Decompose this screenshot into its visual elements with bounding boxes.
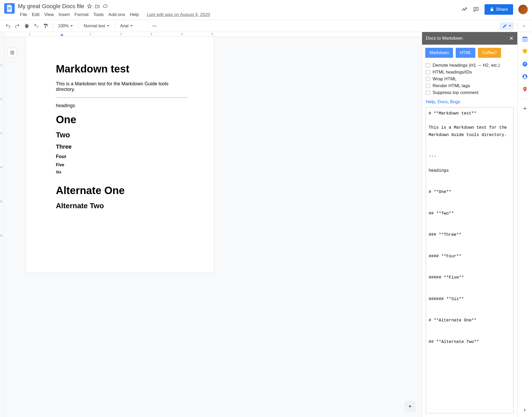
document-page[interactable]: Markdown test This is a Markdown test fo… [25, 37, 214, 273]
zoom-select[interactable]: 100% [56, 23, 75, 29]
addon-header: Docs to Markdown ✕ [422, 32, 517, 45]
docs-logo[interactable] [4, 3, 15, 14]
doc-h4: Four [56, 154, 188, 159]
indent-marker[interactable] [60, 34, 63, 36]
svg-point-21 [524, 88, 525, 89]
addon-title: Docs to Markdown [426, 36, 463, 41]
main-area: 1 2 3 4 5 6 1 1 2 3 4 5 Markdown test Th… [0, 32, 532, 417]
lock-icon [490, 7, 494, 12]
link-bugs[interactable]: Bugs [450, 99, 460, 104]
svg-rect-12 [10, 54, 11, 54]
menu-file[interactable]: File [18, 11, 29, 18]
menu-tools[interactable]: Tools [91, 11, 106, 18]
ruler-vertical: 1 2 3 4 5 6 [0, 32, 4, 417]
comments-icon[interactable] [473, 6, 479, 13]
outline-button[interactable] [7, 48, 17, 57]
style-select[interactable]: Normal text [82, 23, 111, 29]
svg-rect-13 [11, 54, 14, 54]
svg-rect-1 [8, 8, 11, 9]
explore-button[interactable] [405, 402, 415, 412]
explore-icon [407, 404, 413, 409]
editing-mode-button[interactable] [500, 22, 514, 30]
document-scroll[interactable]: 1 1 2 3 4 5 Markdown test This is a Mark… [4, 32, 422, 417]
app-header: My great Google Docs file File Edit View… [0, 0, 532, 20]
doc-h6: Six [56, 170, 188, 174]
link-docs[interactable]: Docs [437, 99, 448, 104]
pencil-icon [502, 24, 507, 28]
keep-icon[interactable] [522, 48, 528, 55]
activity-icon[interactable] [461, 6, 468, 13]
opt-label: Suppress top comment [433, 90, 478, 95]
redo-icon[interactable] [14, 22, 21, 30]
svg-rect-15 [523, 37, 527, 38]
checkbox-demote[interactable] [426, 63, 430, 67]
checkbox-suppress[interactable] [426, 91, 430, 95]
doc-alt1: Alternate One [56, 185, 188, 196]
horizontal-rule [56, 97, 188, 98]
contacts-icon[interactable] [522, 74, 528, 80]
opt-label: Render HTML tags [433, 83, 470, 88]
menu-insert[interactable]: Insert [56, 11, 72, 18]
doc-section-label: headings [56, 103, 188, 108]
spellcheck-icon[interactable] [33, 22, 40, 30]
menu-view[interactable]: View [42, 11, 56, 18]
svg-rect-17 [524, 53, 525, 54]
menu-edit[interactable]: Edit [30, 11, 41, 18]
svg-point-6 [154, 25, 155, 26]
menu-addons[interactable]: Add-ons [106, 11, 127, 18]
title-section: My great Google Docs file File Edit View… [18, 2, 461, 19]
menu-help[interactable]: Help [128, 11, 141, 18]
addon-options: Demote headings (H1 → H2, etc.) HTML hea… [422, 61, 517, 98]
separator [52, 23, 53, 29]
more-icon[interactable] [151, 22, 158, 30]
star-icon[interactable] [87, 4, 92, 9]
addon-output[interactable]: # **Markdown test** This is a Markdown t… [426, 107, 514, 413]
share-label: Share [496, 7, 508, 12]
menu-format[interactable]: Format [72, 11, 91, 18]
undo-icon[interactable] [4, 22, 12, 30]
chevron-down-icon [70, 25, 73, 27]
tab-html[interactable]: HTML [456, 48, 476, 58]
separator [115, 23, 115, 29]
svg-rect-11 [11, 52, 14, 53]
add-icon[interactable] [522, 105, 528, 112]
opt-label: Wrap HTML [433, 76, 456, 82]
svg-rect-9 [11, 51, 14, 52]
separator [78, 23, 78, 29]
collapse-icon[interactable] [520, 22, 528, 30]
paint-format-icon[interactable] [42, 22, 49, 30]
addon-tabs: Markdown HTML Coffee? [422, 45, 517, 61]
move-icon[interactable] [95, 4, 100, 9]
toolbar: 100% Normal text Arial [0, 20, 532, 32]
document-area: 1 2 3 4 5 6 1 1 2 3 4 5 Markdown test Th… [0, 32, 422, 417]
chevron-right-icon[interactable] [522, 407, 528, 413]
doc-heading-title: Markdown test [56, 63, 188, 75]
checkbox-html-headings[interactable] [426, 70, 430, 74]
cloud-icon[interactable] [103, 4, 108, 9]
separator [147, 23, 148, 29]
last-edit-text[interactable]: Last edit was on August 4, 2020 [147, 12, 210, 17]
share-button[interactable]: Share [485, 4, 513, 15]
document-title[interactable]: My great Google Docs file [18, 3, 84, 10]
separator [521, 99, 529, 99]
addon-sidebar: Docs to Markdown ✕ Markdown HTML Coffee?… [422, 32, 517, 417]
print-icon[interactable] [23, 22, 30, 30]
svg-point-5 [152, 25, 153, 26]
outline-icon [9, 50, 15, 55]
checkbox-wrap-html[interactable] [426, 77, 430, 81]
tab-markdown[interactable]: Markdown [425, 48, 453, 58]
close-icon[interactable]: ✕ [509, 35, 514, 41]
font-select[interactable]: Arial [118, 23, 144, 29]
tasks-icon[interactable] [522, 61, 528, 67]
opt-label: Demote headings (H1 → H2, etc.) [433, 63, 500, 68]
doc-h2: Two [56, 131, 188, 139]
tab-coffee[interactable]: Coffee? [478, 48, 501, 58]
avatar[interactable] [518, 5, 528, 14]
svg-text:31: 31 [524, 39, 526, 41]
maps-icon[interactable] [522, 86, 528, 92]
doc-h5: Five [56, 163, 188, 167]
menu-bar: File Edit View Insert Format Tools Add-o… [18, 11, 461, 19]
calendar-icon[interactable]: 31 [522, 36, 528, 42]
link-help[interactable]: Help [426, 99, 435, 104]
checkbox-render-tags[interactable] [426, 84, 430, 88]
